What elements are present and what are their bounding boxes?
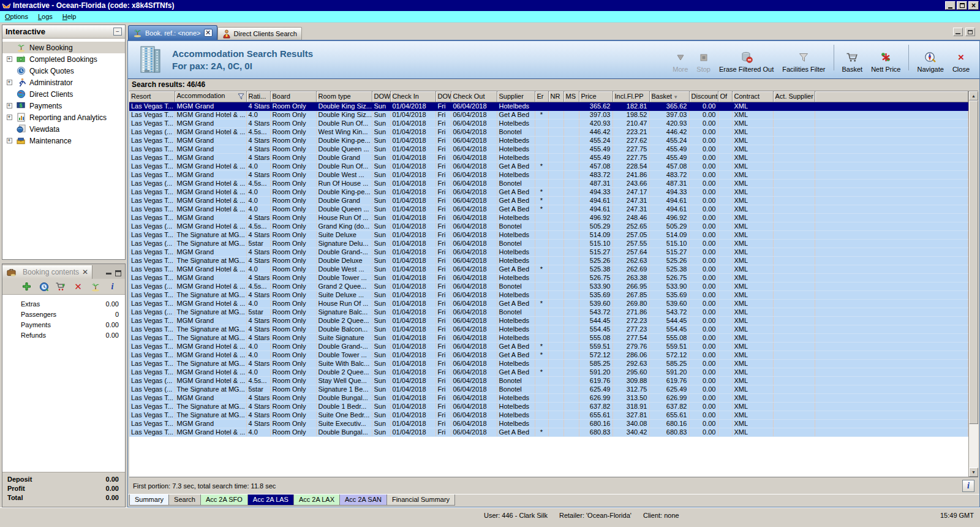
table-row[interactable]: Las Vegas T...MGM Grand4 StarsRoom OnlyD… (129, 136, 968, 145)
menu-options[interactable]: Options (0, 12, 33, 21)
column-header-dow[interactable]: DOW (372, 91, 390, 102)
menu-logs[interactable]: Logs (33, 12, 58, 21)
table-row[interactable]: Las Vegas T...MGM Grand4 StarsRoom OnlyD… (129, 316, 968, 325)
table-row[interactable]: Las Vegas T...The Signature at MG...4 St… (129, 333, 968, 342)
bottom-tab-acc-2a-lax[interactable]: Acc 2A LAX (293, 495, 340, 506)
close-button[interactable]: × (968, 1, 979, 10)
table-row[interactable]: Las Vegas (...MGM Grand Hotel & ...4.5s.… (129, 376, 968, 385)
sidebar-item-maintenance[interactable]: +Maintenance (2, 135, 125, 146)
table-row[interactable]: Las Vegas T...The Signature at MG...4 St… (129, 230, 968, 239)
table-row[interactable]: Las Vegas T...MGM Grand Hotel & ...4.0Ro… (129, 110, 968, 119)
sidebar-item-new-booking[interactable]: New Booking (2, 42, 125, 53)
table-row[interactable]: Las Vegas T...MGM Grand Hotel & ...4.0Ro… (129, 299, 968, 308)
nett-price-button[interactable]: Nett Price (867, 45, 904, 73)
column-header-ms[interactable]: MS (564, 91, 579, 102)
minimize-button[interactable] (945, 1, 956, 10)
column-header-act-supplier[interactable]: Act. Supplier (773, 91, 815, 102)
table-row[interactable]: Las Vegas T...MGM Grand Hotel & ...4.0Ro… (129, 368, 968, 376)
table-row[interactable]: Las Vegas (...The Signature at MG...5sta… (129, 308, 968, 316)
table-row[interactable]: Las Vegas (...MGM Grand Hotel & ...4.5s.… (129, 222, 968, 230)
table-row[interactable]: Las Vegas T...MGM Grand4 StarsRoom OnlyD… (129, 170, 968, 179)
erase-filtered-out-button[interactable]: Erase Filtered Out (715, 45, 777, 73)
table-row[interactable]: Las Vegas T...MGM Grand4 StarsRoom OnlyD… (129, 119, 968, 127)
expand-icon[interactable]: + (7, 80, 12, 85)
table-row[interactable]: Las Vegas T...The Signature at MG...4 St… (129, 359, 968, 368)
sidebar-item-quick-quotes[interactable]: Quick Quotes (2, 65, 125, 77)
column-header-supplier[interactable]: Supplier (497, 91, 535, 102)
bottom-tab-acc-2a-sfo[interactable]: Acc 2A SFO (200, 495, 248, 506)
table-row[interactable]: Las Vegas T...MGM Grand Hotel & ...4.0Ro… (129, 428, 968, 436)
table-row[interactable]: Las Vegas T...MGM Grand4 StarsRoom OnlyD… (129, 145, 968, 153)
sidebar-item-administrator[interactable]: +Administrator (2, 77, 125, 88)
expand-icon[interactable]: + (7, 56, 12, 62)
column-header-of[interactable]: Of (718, 91, 732, 102)
column-header-resort[interactable]: Resort (129, 91, 175, 102)
table-row[interactable]: Las Vegas T...MGM Grand4 StarsRoom OnlyD… (129, 102, 968, 110)
info-button[interactable]: i (107, 281, 118, 292)
bottom-tab-search[interactable]: Search (168, 495, 201, 506)
delete-button[interactable]: ✕ (73, 281, 83, 292)
column-header-incl-fl-pp[interactable]: Incl.Fl.PP (612, 91, 649, 102)
column-header-discount[interactable]: Discount (689, 91, 718, 102)
table-row[interactable]: Las Vegas T...MGM Grand4 StarsRoom OnlyD… (129, 248, 968, 256)
table-row[interactable]: Las Vegas T...MGM Grand4 StarsRoom OnlyD… (129, 393, 968, 402)
booking-contents-tab[interactable]: Booking contents ✕ (2, 265, 92, 279)
table-row[interactable]: Las Vegas (...The Signature at MG...5sta… (129, 385, 968, 393)
sidebar-item-viewdata[interactable]: Viewdata (2, 123, 125, 135)
booking-contents-close-icon[interactable]: ✕ (82, 268, 88, 276)
table-row[interactable]: Las Vegas T...MGM Grand Hotel & ...4.0Ro… (129, 162, 968, 170)
panel-maximize-icon[interactable] (115, 270, 121, 276)
add-button[interactable] (21, 281, 32, 292)
table-row[interactable]: Las Vegas T...MGM Grand4 StarsRoom OnlyD… (129, 153, 968, 162)
close-button[interactable]: ×Close (949, 45, 973, 73)
expand-icon[interactable]: + (7, 115, 12, 120)
vertical-scrollbar[interactable]: ▲ ▼ (968, 91, 978, 477)
column-header-check-in[interactable]: Check In (390, 91, 435, 102)
table-row[interactable]: Las Vegas T...The Signature at MG...4 St… (129, 256, 968, 265)
column-header-rati-[interactable]: Rati... (246, 91, 270, 102)
menu-help[interactable]: Help (58, 12, 81, 21)
sidebar-item-direct-clients[interactable]: Direct Clients (2, 88, 125, 100)
table-row[interactable]: Las Vegas (...MGM Grand Hotel & ...4.5s.… (129, 179, 968, 188)
column-filter-icon[interactable] (238, 93, 244, 101)
bottom-tab-summary[interactable]: Summary (129, 495, 169, 506)
navigate-button[interactable]: Navigate (913, 45, 947, 73)
scroll-down-button[interactable]: ▼ (969, 468, 978, 477)
table-row[interactable]: Las Vegas T...MGM Grand4 StarsRoom OnlyS… (129, 419, 968, 428)
table-row[interactable]: Las Vegas T...MGM Grand Hotel & ...4.0Ro… (129, 196, 968, 205)
scrollbar-thumb[interactable] (969, 100, 978, 424)
table-row[interactable]: Las Vegas T...MGM Grand Hotel & ...4.0Ro… (129, 351, 968, 359)
tab-close-icon[interactable]: ✕ (204, 29, 213, 37)
facilities-filter-button[interactable]: Facilities Filter (778, 45, 829, 73)
holiday-button[interactable] (90, 281, 100, 292)
column-header-basket[interactable]: Basket▼ (649, 91, 689, 102)
column-header-check-out[interactable]: Check Out (451, 91, 497, 102)
table-row[interactable]: Las Vegas T...The Signature at MG...4 St… (129, 290, 968, 299)
column-header-price[interactable]: Price (579, 91, 612, 102)
table-row[interactable]: Las Vegas T...The Signature at MG...4 St… (129, 402, 968, 411)
collapse-panel-button[interactable]: − (113, 28, 122, 36)
bottom-tab-financial-summary[interactable]: Financial Summary (386, 495, 455, 506)
sidebar-item-reporting-and-analytics[interactable]: +Reporting and Analytics (2, 112, 125, 123)
column-header-dow[interactable]: DOW (435, 91, 451, 102)
table-row[interactable]: Las Vegas (...MGM Grand Hotel & ...4.5s.… (129, 282, 968, 290)
expand-icon[interactable]: + (7, 138, 12, 143)
quote-button[interactable] (39, 281, 49, 292)
sidebar-item-completed-bookings[interactable]: +Completed Bookings (2, 53, 125, 65)
table-row[interactable]: Las Vegas T...MGM Grand4 StarsRoom OnlyH… (129, 213, 968, 222)
scroll-up-button[interactable]: ▲ (969, 91, 978, 100)
table-row[interactable]: Las Vegas T...The Signature at MG...4 St… (129, 411, 968, 419)
expand-icon[interactable]: + (7, 103, 12, 108)
sidebar-item-payments[interactable]: +$Payments (2, 100, 125, 112)
column-header-nr[interactable]: NR (548, 91, 564, 102)
table-row[interactable]: Las Vegas T...The Signature at MG...4 St… (129, 325, 968, 333)
table-row[interactable]: Las Vegas T...MGM Grand4 StarsRoom OnlyD… (129, 273, 968, 282)
column-header-accommodation[interactable]: Accommodation (175, 91, 246, 102)
transfer-basket-button[interactable] (56, 281, 66, 292)
column-header-board[interactable]: Board (270, 91, 316, 102)
column-header-room-type[interactable]: Room type (316, 91, 372, 102)
table-row[interactable]: Las Vegas (...The Signature at MG...5sta… (129, 239, 968, 248)
table-row[interactable]: Las Vegas T...MGM Grand Hotel & ...4.0Ro… (129, 205, 968, 213)
bottom-tab-acc-2a-las[interactable]: Acc 2A LAS (247, 495, 294, 506)
panel-minimize-icon[interactable] (106, 273, 111, 275)
